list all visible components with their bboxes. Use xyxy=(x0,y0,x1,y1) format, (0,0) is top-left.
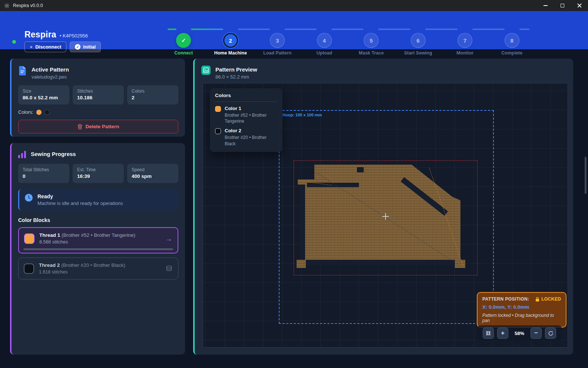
pattern-lock-hint: Pattern locked • Drag background to pan xyxy=(482,313,561,323)
stat-label: Est. Time xyxy=(77,167,119,172)
image-icon xyxy=(201,66,211,75)
disconnect-button[interactable]: × Disconnect xyxy=(24,42,66,52)
step-complete[interactable]: 8 Complete xyxy=(489,33,536,56)
legend-color-desc: Brother #52 • Brother Tangerine xyxy=(225,112,277,124)
legend-color-desc: Brother #20 • Brother Black xyxy=(225,135,277,146)
clock-icon xyxy=(24,193,33,202)
minimize-button[interactable] xyxy=(537,0,554,11)
stat-value: 10.186 xyxy=(77,95,119,100)
step-label: Monitor xyxy=(456,50,473,56)
pattern-dimensions: 86.0 × 52.2 mm xyxy=(215,74,257,80)
window-scrollbar[interactable] xyxy=(585,157,587,194)
step-connect[interactable]: ✓ Connect xyxy=(160,33,207,56)
arrow-right-icon: → xyxy=(165,235,172,242)
step-label: Connect xyxy=(174,50,193,56)
step-mask-trace[interactable]: 5 Mask Trace xyxy=(348,33,395,56)
pattern-underlay-dark xyxy=(306,260,455,265)
step-home-machine[interactable]: 2 Home Machine xyxy=(207,33,254,56)
document-icon xyxy=(18,66,27,76)
app-icon xyxy=(4,3,10,9)
maximize-button[interactable] xyxy=(554,0,571,11)
stat-stitches: Stitches 10.186 xyxy=(73,85,124,105)
thread-progress-bar xyxy=(23,248,173,250)
color-dot-orange xyxy=(36,110,42,115)
zoom-in-button[interactable]: + xyxy=(497,328,508,339)
close-icon xyxy=(577,3,582,8)
thread-row-2[interactable]: Thread 2 (Brother #20 • Brother Black) 1… xyxy=(18,258,178,279)
stat-label: Speed xyxy=(132,167,174,172)
step-number: 6 xyxy=(411,33,426,48)
pattern-preview-panel: Pattern Preview 86.0 × 52.2 mm Hoop: 100… xyxy=(193,59,573,355)
step-line xyxy=(238,29,270,30)
step-label: Complete xyxy=(501,50,522,56)
stat-label: Total Stitches xyxy=(23,167,65,172)
step-label: Home Machine xyxy=(214,50,247,56)
minimize-icon xyxy=(544,5,548,6)
step-line xyxy=(519,29,529,30)
delete-pattern-label: Delete Pattern xyxy=(86,124,119,129)
step-done-check-icon: ✓ xyxy=(176,33,191,48)
step-line xyxy=(472,29,505,30)
step-label: Load Pattern xyxy=(263,50,291,56)
sewing-progress-title: Sewing Progress xyxy=(31,150,76,157)
close-button[interactable] xyxy=(571,0,588,11)
stat-value: 86.0 x 52.2 mm xyxy=(23,95,65,100)
active-pattern-title: Active Pattern xyxy=(32,66,69,73)
thread-stitch-count: 1.618 stitches xyxy=(39,269,125,275)
fit-view-button[interactable] xyxy=(483,328,494,339)
sewing-progress-card: Sewing Progress Total Stitches 0 Est. Ti… xyxy=(10,143,185,355)
thread-swatch xyxy=(24,263,34,274)
step-line xyxy=(331,29,363,30)
reset-view-icon xyxy=(548,331,554,336)
status-description: Machine is idle and ready for operations xyxy=(37,200,123,206)
step-start-sewing[interactable]: 6 Start Sewing xyxy=(395,33,442,56)
step-load-pattern[interactable]: 3 Load Pattern xyxy=(254,33,301,56)
stat-label: Colors xyxy=(132,89,174,94)
step-number: 7 xyxy=(457,33,472,48)
pattern-preview-title: Pattern Preview xyxy=(215,66,257,73)
step-line xyxy=(285,29,317,30)
legend-swatch xyxy=(215,128,221,134)
pattern-coordinates: X: 0.0mm, Y: 0.0mm xyxy=(482,304,561,310)
preview-canvas[interactable]: Hoop: 100 x 100 mm Colors xyxy=(203,83,568,348)
delete-pattern-button[interactable]: Delete Pattern xyxy=(18,120,178,133)
zoom-out-button[interactable]: − xyxy=(531,328,542,339)
stat-est-time: Est. Time 16:39 xyxy=(73,164,124,183)
bar-chart-icon xyxy=(18,150,26,158)
stat-size: Size 86.0 x 52.2 mm xyxy=(18,85,69,105)
machine-status-banner: Ready Machine is idle and ready for oper… xyxy=(18,189,178,210)
step-number: 2 xyxy=(223,33,238,48)
titlebar: Respira v0.0.0 xyxy=(0,0,588,11)
stat-value: 0 xyxy=(23,173,65,179)
step-line xyxy=(425,29,457,30)
color-blocks-heading: Color Blocks xyxy=(18,217,178,223)
colors-legend: Colors Color 1 Brother #52 • Brother Tan… xyxy=(210,88,283,152)
minus-icon: − xyxy=(534,329,538,337)
step-upload[interactable]: 4 Upload xyxy=(301,33,348,56)
thread-swatch xyxy=(24,233,34,244)
stat-label: Stitches xyxy=(77,89,119,94)
stat-speed: Speed 400 spm xyxy=(127,164,178,183)
active-pattern-card: Active Pattern valetudogv2.pes Size 86.0… xyxy=(10,59,185,137)
pattern-filename: valetudogv2.pes xyxy=(32,74,69,80)
embroidery-pattern[interactable] xyxy=(297,165,467,272)
x-icon: × xyxy=(30,44,33,50)
step-number: 4 xyxy=(317,33,332,48)
app-name: Respira xyxy=(24,30,56,40)
color-dot-black xyxy=(44,110,50,115)
initial-button[interactable]: ✓ Initial xyxy=(70,42,101,52)
step-line xyxy=(191,29,223,30)
layers-stack-icon xyxy=(165,265,173,272)
step-monitor[interactable]: 7 Monitor xyxy=(442,33,489,56)
thread-row-1[interactable]: Thread 1 (Brother #52 • Brother Tangerin… xyxy=(18,227,178,253)
pattern-position-label: PATTERN POSITION: xyxy=(482,296,529,302)
thread-name: Thread 2 xyxy=(39,262,60,268)
connection-status-dot xyxy=(12,40,16,44)
app-window: Respira v0.0.0 Respira • K4P502956 × Dis… xyxy=(0,0,588,368)
window-title: Respira v0.0.0 xyxy=(13,3,43,8)
step-number: 3 xyxy=(270,33,285,48)
disconnect-label: Disconnect xyxy=(35,44,61,50)
step-label: Mask Trace xyxy=(359,50,384,56)
step-line xyxy=(168,29,176,30)
reset-view-button[interactable] xyxy=(545,328,556,339)
